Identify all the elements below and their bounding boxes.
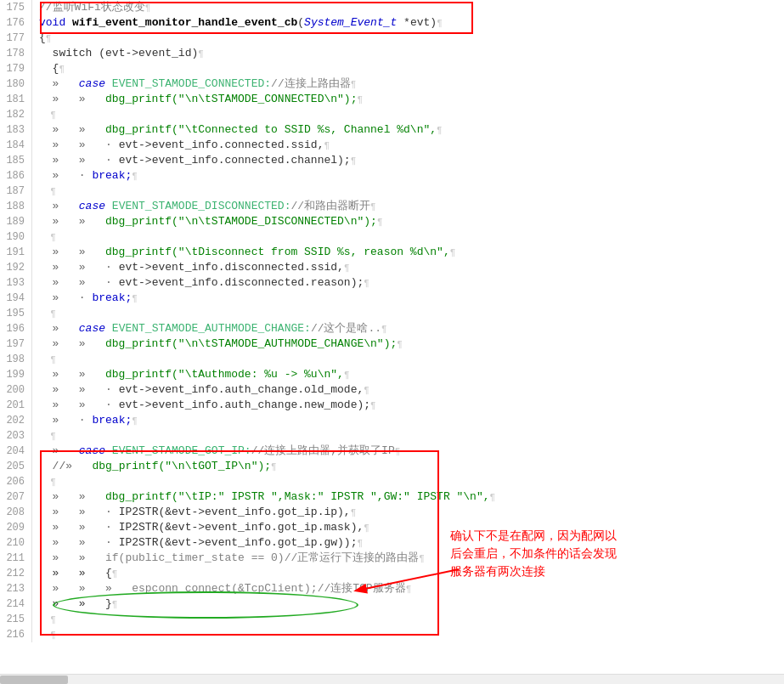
code-token: EVENT_STAMODE_DISCONNECTED: (105, 200, 290, 212)
line-content: » » dbg_printf("\tConnected to SSID %s, … (36, 122, 784, 138)
code-line: 177{¶ (0, 31, 784, 46)
line-content: ¶ (36, 107, 784, 122)
code-line: 195 ¶ (0, 306, 784, 321)
code-token: espconn_connect(&TcpClient);//连接TCP服务器 (132, 582, 405, 595)
code-token: dbg_printf("\tIP:" IPSTR ",Mask:" IPSTR … (105, 490, 489, 503)
code-token: ¶ (364, 385, 369, 395)
code-token: ( (297, 16, 304, 29)
code-token: » » } (39, 597, 112, 610)
line-number: 190 (0, 229, 32, 245)
code-line: 185 » » · evt->event_info.connected.chan… (0, 153, 784, 168)
code-token: » (39, 322, 79, 335)
line-content: ¶ (36, 428, 784, 444)
code-token: » » (39, 123, 105, 136)
line-number: 182 (0, 107, 32, 122)
code-line: 209 » » · IP2STR(&evt->event_info.got_ip… (0, 520, 784, 535)
code-token: ¶ (39, 186, 56, 196)
line-content: » case EVENT_STAMODE_CONNECTED://连接上路由器¶ (36, 76, 784, 92)
code-token: ¶ (364, 278, 369, 288)
code-line: 208 » » · IP2STR(&evt->event_info.got_ip… (0, 505, 784, 520)
code-token: » » · (39, 506, 119, 518)
code-line: 204 » case EVENT_STAMODE_GOT_IP://连接上路由器… (0, 444, 784, 459)
code-token: ¶ (437, 18, 443, 28)
line-number: 211 (0, 551, 32, 566)
code-token: wifi_event_monitor_handle_event_cb (72, 16, 297, 29)
code-token: » » · (39, 261, 119, 274)
code-line: 198 ¶ (0, 352, 784, 367)
line-number: 215 (0, 612, 32, 627)
line-content: » » · evt->event_info.disconnected.reaso… (36, 275, 784, 291)
line-content: » » » espconn_connect(&TcpClient);//连接TC… (36, 581, 784, 596)
code-token: ¶ (395, 446, 401, 456)
code-token: IP2STR(&evt->event_info.got_ip.gw)); (119, 536, 358, 549)
code-token: dbg_printf("\n\tSTAMODE_CONNECTED\n"); (105, 93, 357, 105)
code-token: break; (92, 291, 132, 304)
line-number: 179 (0, 61, 32, 76)
code-token: » (39, 200, 79, 212)
line-number: 191 (0, 245, 32, 260)
code-token: break; (92, 414, 132, 427)
code-token: ¶ (39, 477, 56, 487)
code-line: 199 » » dbg_printf("\tAuthmode: %u -> %u… (0, 367, 784, 382)
line-number: 204 (0, 444, 32, 459)
code-token: ¶ (39, 232, 56, 242)
line-number: 197 (0, 336, 32, 352)
code-token: » » · (39, 536, 119, 549)
code-token: //» (39, 460, 92, 472)
code-line: 214 » » }¶ (0, 596, 784, 612)
code-token: IP2STR(&evt->event_info.got_ip.mask), (119, 521, 364, 534)
line-number: 209 (0, 520, 32, 535)
code-token: ¶ (419, 553, 425, 563)
horizontal-scrollbar[interactable] (0, 674, 784, 684)
line-content: ¶ (36, 352, 784, 367)
code-line: 202 » · break;¶ (0, 413, 784, 428)
line-content: ¶ (36, 306, 784, 321)
code-token: » » (39, 215, 105, 228)
code-token: » » · (39, 138, 119, 151)
code-token: case (79, 322, 105, 335)
line-number: 201 (0, 398, 32, 413)
code-line: 213 » » » espconn_connect(&TcpClient);//… (0, 581, 784, 596)
code-line: 182 ¶ (0, 107, 784, 122)
line-number: 207 (0, 489, 32, 505)
line-number: 189 (0, 214, 32, 229)
code-token: ¶ (370, 201, 376, 212)
code-token: ¶ (39, 308, 56, 319)
line-content: ¶ (36, 474, 784, 489)
line-content: » · break;¶ (36, 291, 784, 306)
line-number: 188 (0, 199, 32, 214)
code-line: 201 » » · evt->event_info.auth_change.ne… (0, 398, 784, 413)
line-content: ¶ (36, 229, 784, 245)
line-content: » » · IP2STR(&evt->event_info.got_ip.gw)… (36, 535, 784, 551)
line-content: » » }¶ (36, 596, 784, 612)
code-token: ¶ (132, 293, 138, 303)
code-token: ¶ (357, 538, 363, 548)
code-token: void (39, 16, 65, 29)
code-token: //和路由器断开 (290, 200, 370, 212)
line-number: 192 (0, 260, 32, 275)
code-line: 192 » » · evt->event_info.disconnected.s… (0, 260, 784, 275)
code-token: ¶ (112, 568, 118, 579)
line-number: 195 (0, 306, 32, 321)
code-token: ¶ (370, 400, 376, 410)
line-content: » » · evt->event_info.connected.ssid,¶ (36, 138, 784, 153)
code-token: System_Event_t (304, 16, 397, 29)
line-content: ¶ (36, 627, 784, 642)
code-token: ¶ (490, 492, 496, 502)
code-token: ¶ (397, 339, 403, 349)
code-line: 200 » » · evt->event_info.auth_change.ol… (0, 382, 784, 398)
code-token: ¶ (271, 461, 277, 472)
code-token: ¶ (377, 217, 383, 227)
code-line: 179 {¶ (0, 61, 784, 76)
code-line: 181 » » dbg_printf("\n\tSTAMODE_CONNECTE… (0, 92, 784, 107)
code-token: evt->event_info.auth_change.old_mode, (119, 383, 364, 396)
code-token: evt->event_info.connected.ssid, (119, 138, 324, 151)
line-content: » · break;¶ (36, 168, 784, 184)
line-content: » » · evt->event_info.disconnected.ssid,… (36, 260, 784, 275)
scrollbar-thumb[interactable] (0, 676, 68, 684)
code-token: evt->event_info.disconnected.reason); (119, 276, 364, 289)
code-line: 210 » » · IP2STR(&evt->event_info.got_ip… (0, 535, 784, 551)
code-line: 207 » » dbg_printf("\tIP:" IPSTR ",Mask:… (0, 489, 784, 505)
line-number: 205 (0, 459, 32, 474)
code-token: » · (39, 414, 92, 427)
